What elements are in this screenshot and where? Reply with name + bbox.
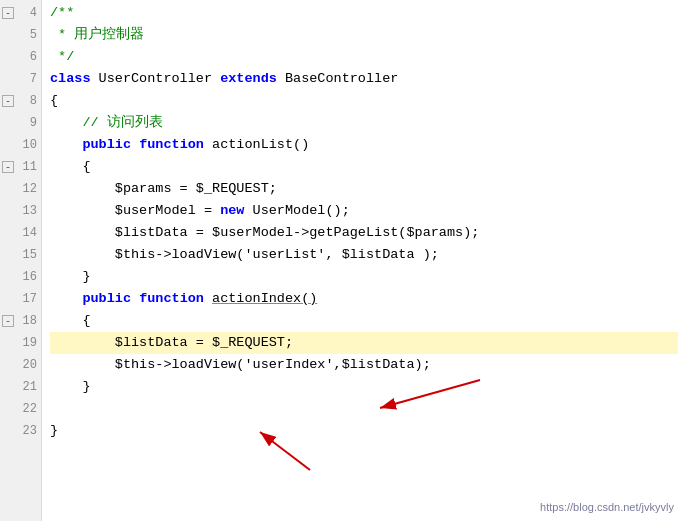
gutter-row: 20 bbox=[0, 354, 41, 376]
gutter-row: 17 bbox=[0, 288, 41, 310]
gutter-row: 12 bbox=[0, 178, 41, 200]
gutter-row: 22 bbox=[0, 398, 41, 420]
collapse-icon[interactable]: - bbox=[2, 7, 14, 19]
gutter-row: 6 bbox=[0, 46, 41, 68]
line-number: 6 bbox=[0, 46, 41, 68]
line-number: 9 bbox=[0, 112, 41, 134]
gutter-row: 10 bbox=[0, 134, 41, 156]
code-line: $userModel = new UserModel(); bbox=[50, 200, 678, 222]
code-line: public function actionList() bbox=[50, 134, 678, 156]
code-line: $this->loadView('userIndex',$listData); bbox=[50, 354, 678, 376]
code-line: * 用户控制器 bbox=[50, 24, 678, 46]
code-line: { bbox=[50, 310, 678, 332]
gutter-row: 5 bbox=[0, 24, 41, 46]
line-number: 5 bbox=[0, 24, 41, 46]
gutter-row: 14 bbox=[0, 222, 41, 244]
code-line bbox=[50, 398, 678, 420]
line-number: 13 bbox=[0, 200, 41, 222]
gutter-row: 19 bbox=[0, 332, 41, 354]
gutter-row: -4 bbox=[0, 2, 41, 24]
gutter-row: 23 bbox=[0, 420, 41, 442]
code-line: $listData = $_REQUEST; bbox=[50, 332, 678, 354]
line-number: 15 bbox=[0, 244, 41, 266]
line-number: 10 bbox=[0, 134, 41, 156]
gutter-row: 9 bbox=[0, 112, 41, 134]
gutter-row: -8 bbox=[0, 90, 41, 112]
gutter-row: 13 bbox=[0, 200, 41, 222]
gutter-row: 21 bbox=[0, 376, 41, 398]
line-number: 20 bbox=[0, 354, 41, 376]
code-line: public function actionIndex() bbox=[50, 288, 678, 310]
collapse-icon[interactable]: - bbox=[2, 161, 14, 173]
code-line: // 访问列表 bbox=[50, 112, 678, 134]
collapse-icon[interactable]: - bbox=[2, 95, 14, 107]
line-number: 21 bbox=[0, 376, 41, 398]
line-number: 7 bbox=[0, 68, 41, 90]
code-line: /** bbox=[50, 2, 678, 24]
code-line: */ bbox=[50, 46, 678, 68]
code-line: } bbox=[50, 376, 678, 398]
code-editor: -4567-8910-11121314151617-181920212223 /… bbox=[0, 0, 686, 521]
line-number: 22 bbox=[0, 398, 41, 420]
gutter-row: -11 bbox=[0, 156, 41, 178]
collapse-icon[interactable]: - bbox=[2, 315, 14, 327]
line-number: 19 bbox=[0, 332, 41, 354]
code-line: { bbox=[50, 156, 678, 178]
gutter-row: 15 bbox=[0, 244, 41, 266]
line-number: 23 bbox=[0, 420, 41, 442]
code-content: /** * 用户控制器 */class UserController exten… bbox=[42, 0, 686, 521]
line-number: 17 bbox=[0, 288, 41, 310]
gutter-row: 7 bbox=[0, 68, 41, 90]
code-line: } bbox=[50, 266, 678, 288]
watermark: https://blog.csdn.net/jvkyvly bbox=[540, 501, 674, 513]
code-line: } bbox=[50, 420, 678, 442]
code-line: class UserController extends BaseControl… bbox=[50, 68, 678, 90]
line-number: 12 bbox=[0, 178, 41, 200]
code-line: $this->loadView('userList', $listData ); bbox=[50, 244, 678, 266]
code-line: $listData = $userModel->getPageList($par… bbox=[50, 222, 678, 244]
line-number-gutter: -4567-8910-11121314151617-181920212223 bbox=[0, 0, 42, 521]
line-number: 14 bbox=[0, 222, 41, 244]
code-line: $params = $_REQUEST; bbox=[50, 178, 678, 200]
gutter-row: 16 bbox=[0, 266, 41, 288]
gutter-row: -18 bbox=[0, 310, 41, 332]
code-line: { bbox=[50, 90, 678, 112]
line-number: 16 bbox=[0, 266, 41, 288]
